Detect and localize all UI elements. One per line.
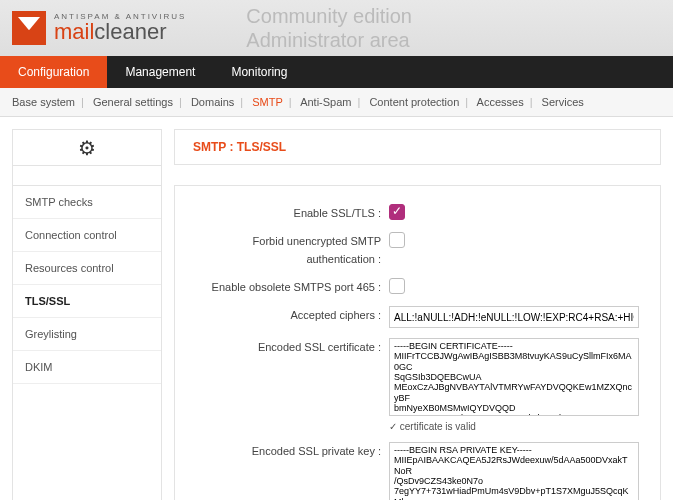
nav-management[interactable]: Management (107, 56, 213, 88)
nav-monitoring[interactable]: Monitoring (213, 56, 305, 88)
textarea-ssl-private-key[interactable] (389, 442, 639, 500)
panel-title: SMTP : TLS/SSL (174, 129, 661, 165)
subnav-services[interactable]: Services (542, 96, 584, 108)
subnav-anti-spam[interactable]: Anti-Spam (300, 96, 351, 108)
header-titles: Community edition Administrator area (246, 4, 412, 52)
sub-nav: Base system| General settings| Domains| … (0, 88, 673, 117)
app-header: ANTISPAM & ANTIVIRUS mailcleaner Communi… (0, 0, 673, 56)
sidebar-item-connection-control[interactable]: Connection control (13, 219, 161, 252)
logo-icon (12, 11, 46, 45)
sidebar-item-greylisting[interactable]: Greylisting (13, 318, 161, 351)
header-title-1: Community edition (246, 4, 412, 28)
panel-body: Enable SSL/TLS : Forbid unencrypted SMTP… (174, 185, 661, 500)
label-ssl-certificate: Encoded SSL certificate : (189, 338, 389, 356)
nav-configuration[interactable]: Configuration (0, 56, 107, 88)
subnav-content-protection[interactable]: Content protection (369, 96, 459, 108)
label-obsolete-465: Enable obsolete SMTPS port 465 : (189, 278, 389, 296)
main-nav: Configuration Management Monitoring (0, 56, 673, 88)
subnav-accesses[interactable]: Accesses (477, 96, 524, 108)
sidebar-item-tls-ssl[interactable]: TLS/SSL (13, 285, 161, 318)
logo-block: ANTISPAM & ANTIVIRUS mailcleaner (12, 11, 186, 45)
header-title-2: Administrator area (246, 28, 412, 52)
gear-icon: ⚙ (13, 130, 161, 166)
subnav-base-system[interactable]: Base system (12, 96, 75, 108)
sidebar-item-resources-control[interactable]: Resources control (13, 252, 161, 285)
checkbox-obsolete-465[interactable] (389, 278, 405, 294)
subnav-domains[interactable]: Domains (191, 96, 234, 108)
certificate-valid-msg: certificate is valid (389, 421, 646, 432)
label-forbid-unencrypted: Forbid unencrypted SMTP authentication : (189, 232, 389, 268)
label-enable-ssl: Enable SSL/TLS : (189, 204, 389, 222)
textarea-ssl-certificate[interactable] (389, 338, 639, 416)
sidebar-item-dkim[interactable]: DKIM (13, 351, 161, 384)
label-accepted-ciphers: Accepted ciphers : (189, 306, 389, 324)
checkbox-forbid-unencrypted[interactable] (389, 232, 405, 248)
subnav-general-settings[interactable]: General settings (93, 96, 173, 108)
checkbox-enable-ssl[interactable] (389, 204, 405, 220)
input-accepted-ciphers[interactable] (389, 306, 639, 328)
sidebar-item-smtp-checks[interactable]: SMTP checks (13, 186, 161, 219)
subnav-smtp[interactable]: SMTP (252, 96, 283, 108)
logo-name: mailcleaner (54, 21, 186, 43)
label-ssl-private-key: Encoded SSL private key : (189, 442, 389, 460)
sidebar: ⚙ SMTP checks Connection control Resourc… (12, 129, 162, 500)
